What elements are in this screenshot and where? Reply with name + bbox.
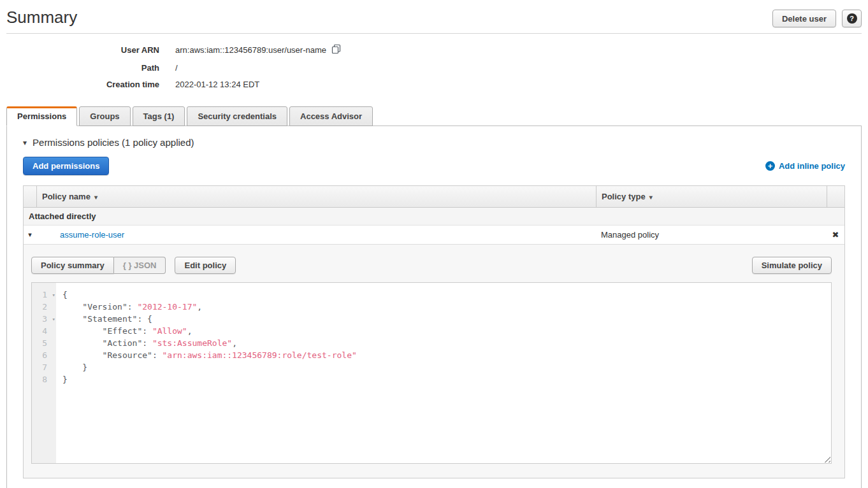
copy-icon (331, 44, 342, 56)
policy-name-link[interactable]: assume-role-user (60, 230, 124, 240)
user-details: User ARN arn:aws:iam::123456789:user/use… (6, 44, 862, 89)
user-arn-value: arn:aws:iam::123456789:user/user-name (175, 45, 326, 55)
line-number: 6 (32, 349, 56, 361)
policy-type-column-header[interactable]: Policy type▾ (596, 186, 827, 207)
help-icon: ? (847, 13, 857, 24)
table-header-row: Policy name▾ Policy type▾ (24, 186, 844, 208)
permissions-policies-section-toggle[interactable]: ▾ Permissions policies (1 policy applied… (23, 137, 845, 148)
add-permissions-button[interactable]: Add permissions (23, 157, 109, 175)
line-number: 3▾ (32, 313, 56, 325)
line-number: 8 (32, 373, 56, 385)
iam-user-summary-page: Summary Delete user ? User ARN arn:aws:i… (0, 0, 868, 488)
code-line: { (62, 289, 831, 301)
code-line: "Statement": { (62, 313, 831, 325)
page-header: Summary Delete user ? (6, 0, 862, 27)
line-number: 4 (32, 325, 56, 337)
line-number: 2 (32, 301, 56, 313)
policy-type-cell: Managed policy (596, 230, 827, 240)
policy-table-row: ▾ assume-role-user Managed policy ✖ (24, 226, 844, 244)
user-arn-label: User ARN (6, 45, 159, 55)
policy-view-toggle-group: Policy summary { } JSON (31, 257, 166, 274)
help-button[interactable]: ? (842, 10, 862, 27)
user-arn-row: User ARN arn:aws:iam::123456789:user/use… (6, 44, 862, 56)
code-line: } (62, 361, 831, 373)
permissions-tab-content: ▾ Permissions policies (1 policy applied… (6, 126, 862, 488)
delete-user-button[interactable]: Delete user (772, 10, 836, 27)
policy-actions-row: Add permissions + Add inline policy (23, 157, 845, 175)
code-line: } (62, 373, 831, 385)
header-divider (6, 33, 862, 34)
action-column-header (827, 186, 844, 207)
add-inline-policy-label: Add inline policy (779, 161, 845, 171)
policy-name-column-header[interactable]: Policy name▾ (36, 186, 596, 207)
simulate-policy-button[interactable]: Simulate policy (752, 257, 832, 274)
creation-time-value: 2022-01-12 13:24 EDT (175, 80, 259, 89)
policy-summary-button[interactable]: Policy summary (31, 257, 114, 274)
tab-tags[interactable]: Tags (1) (133, 106, 185, 126)
code-line: "Effect": "Allow", (62, 325, 831, 337)
tab-permissions[interactable]: Permissions (6, 106, 77, 126)
header-actions: Delete user ? (772, 8, 862, 27)
copy-arn-button[interactable] (331, 44, 342, 56)
code-line: "Version": "2012-10-17", (62, 301, 831, 313)
permissions-policies-title: Permissions policies (1 policy applied) (33, 137, 194, 148)
tab-access-advisor[interactable]: Access Advisor (289, 106, 373, 126)
line-number: 5 (32, 337, 56, 349)
tab-bar: Permissions Groups Tags (1) Security cre… (6, 106, 862, 126)
row-expand-triangle-icon: ▾ (28, 231, 32, 238)
edit-policy-button[interactable]: Edit policy (175, 257, 236, 274)
page-title: Summary (6, 8, 77, 27)
policy-action-cell: ✖ (827, 230, 844, 240)
sort-arrow-icon: ▾ (649, 194, 653, 201)
creation-time-row: Creation time 2022-01-12 13:24 EDT (6, 80, 862, 89)
add-inline-policy-link[interactable]: + Add inline policy (765, 161, 845, 171)
remove-policy-x-icon[interactable]: ✖ (832, 230, 839, 240)
creation-time-label: Creation time (6, 80, 159, 89)
attached-policies-table: Policy name▾ Policy type▾ Attached direc… (23, 185, 845, 478)
json-view-button[interactable]: { } JSON (114, 257, 166, 274)
line-number: 1▾ (32, 289, 56, 301)
code-line: "Resource": "arn:aws:iam::123456789:role… (62, 349, 831, 361)
code-line: "Action": "sts:AssumeRole", (62, 337, 831, 349)
row-expand-toggle[interactable]: ▾ (24, 231, 36, 239)
policy-detail-panel: Policy summary { } JSON Edit policy Simu… (24, 244, 844, 478)
collapse-triangle-icon: ▾ (23, 139, 27, 147)
editor-line-number-gutter: 1▾ 2 3▾ 4 5 6 7 8 (32, 283, 56, 463)
expand-column-header (24, 186, 36, 207)
policy-name-cell: assume-role-user (36, 230, 596, 240)
path-label: Path (6, 63, 159, 73)
line-number: 7 (32, 361, 56, 373)
tab-groups[interactable]: Groups (79, 106, 130, 126)
editor-code-area: { "Version": "2012-10-17", "Statement": … (56, 283, 831, 463)
path-row: Path / (6, 63, 862, 73)
sort-arrow-icon: ▾ (94, 194, 98, 201)
policy-detail-toolbar: Policy summary { } JSON Edit policy Simu… (31, 257, 832, 274)
code-fold-icon[interactable]: ▾ (52, 289, 55, 301)
code-fold-icon[interactable]: ▾ (52, 313, 55, 326)
plus-icon: + (765, 161, 775, 171)
tab-security-credentials[interactable]: Security credentials (187, 106, 287, 126)
attached-directly-group-row: Attached directly (24, 208, 844, 226)
policy-json-editor[interactable]: 1▾ 2 3▾ 4 5 6 7 8 { "Version": "2012-10-… (31, 282, 832, 464)
path-value: / (175, 63, 178, 73)
